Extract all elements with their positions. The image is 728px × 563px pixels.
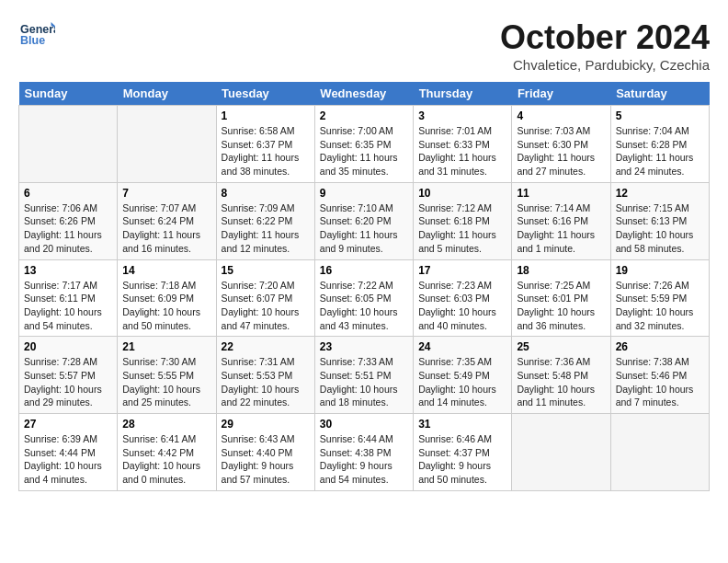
calendar-cell: 1Sunrise: 6:58 AM Sunset: 6:37 PM Daylig… (216, 106, 314, 183)
calendar-cell: 11Sunrise: 7:14 AM Sunset: 6:16 PM Dayli… (512, 182, 610, 259)
day-of-week-header: Monday (118, 82, 216, 106)
day-info: Sunrise: 7:00 AM Sunset: 6:35 PM Dayligh… (320, 124, 408, 178)
day-info: Sunrise: 7:01 AM Sunset: 6:33 PM Dayligh… (418, 124, 506, 178)
calendar-cell: 17Sunrise: 7:23 AM Sunset: 6:03 PM Dayli… (414, 259, 512, 337)
day-info: Sunrise: 7:17 AM Sunset: 6:11 PM Dayligh… (24, 279, 112, 333)
day-info: Sunrise: 7:09 AM Sunset: 6:22 PM Dayligh… (222, 201, 310, 256)
day-number: 9 (320, 187, 408, 200)
day-info: Sunrise: 7:20 AM Sunset: 6:07 PM Dayligh… (222, 279, 310, 333)
day-info: Sunrise: 6:58 AM Sunset: 6:37 PM Dayligh… (222, 124, 310, 178)
day-info: Sunrise: 7:03 AM Sunset: 6:30 PM Dayligh… (517, 124, 605, 178)
day-number: 19 (616, 264, 704, 277)
location-subtitle: Chvaletice, Pardubicky, Czechia (500, 57, 710, 73)
day-number: 12 (616, 187, 704, 200)
calendar-cell: 25Sunrise: 7:36 AM Sunset: 5:48 PM Dayli… (512, 337, 610, 414)
day-info: Sunrise: 7:07 AM Sunset: 6:24 PM Dayligh… (122, 201, 210, 256)
calendar-cell: 31Sunrise: 6:46 AM Sunset: 4:37 PM Dayli… (414, 414, 512, 491)
calendar-cell: 26Sunrise: 7:38 AM Sunset: 5:46 PM Dayli… (610, 337, 709, 414)
calendar-cell: 22Sunrise: 7:31 AM Sunset: 5:53 PM Dayli… (216, 337, 314, 414)
day-number: 1 (222, 109, 310, 122)
day-info: Sunrise: 7:10 AM Sunset: 6:20 PM Dayligh… (320, 201, 408, 256)
day-info: Sunrise: 7:06 AM Sunset: 6:26 PM Dayligh… (24, 201, 112, 256)
calendar-cell (610, 414, 709, 491)
logo: General Blue (18, 18, 55, 51)
day-info: Sunrise: 7:35 AM Sunset: 5:49 PM Dayligh… (418, 355, 506, 409)
day-info: Sunrise: 7:18 AM Sunset: 6:09 PM Dayligh… (122, 279, 210, 333)
calendar-week-row: 20Sunrise: 7:28 AM Sunset: 5:57 PM Dayli… (19, 337, 710, 414)
calendar-cell: 4Sunrise: 7:03 AM Sunset: 6:30 PM Daylig… (512, 106, 610, 183)
day-info: Sunrise: 7:31 AM Sunset: 5:53 PM Dayligh… (222, 355, 310, 409)
calendar-week-row: 27Sunrise: 6:39 AM Sunset: 4:44 PM Dayli… (19, 414, 710, 491)
day-info: Sunrise: 7:25 AM Sunset: 6:01 PM Dayligh… (517, 279, 605, 333)
day-of-week-header: Sunday (19, 82, 118, 106)
calendar-week-row: 1Sunrise: 6:58 AM Sunset: 6:37 PM Daylig… (19, 106, 710, 183)
day-info: Sunrise: 7:33 AM Sunset: 5:51 PM Dayligh… (320, 355, 408, 409)
day-of-week-header: Saturday (610, 82, 709, 106)
day-number: 17 (418, 264, 506, 277)
calendar-cell: 5Sunrise: 7:04 AM Sunset: 6:28 PM Daylig… (610, 106, 709, 183)
calendar-cell: 2Sunrise: 7:00 AM Sunset: 6:35 PM Daylig… (314, 106, 413, 183)
calendar-cell: 20Sunrise: 7:28 AM Sunset: 5:57 PM Dayli… (19, 337, 118, 414)
day-info: Sunrise: 7:28 AM Sunset: 5:57 PM Dayligh… (24, 355, 112, 409)
day-number: 4 (517, 109, 605, 122)
day-number: 2 (320, 109, 408, 122)
day-info: Sunrise: 7:38 AM Sunset: 5:46 PM Dayligh… (616, 355, 704, 409)
day-number: 3 (418, 109, 506, 122)
calendar-cell: 9Sunrise: 7:10 AM Sunset: 6:20 PM Daylig… (314, 182, 413, 259)
calendar-cell: 6Sunrise: 7:06 AM Sunset: 6:26 PM Daylig… (19, 182, 118, 259)
day-number: 31 (418, 418, 506, 431)
day-number: 25 (517, 340, 605, 353)
day-number: 23 (320, 340, 408, 353)
calendar-cell: 14Sunrise: 7:18 AM Sunset: 6:09 PM Dayli… (118, 259, 216, 337)
day-number: 29 (222, 418, 310, 431)
calendar-cell: 23Sunrise: 7:33 AM Sunset: 5:51 PM Dayli… (314, 337, 413, 414)
day-info: Sunrise: 6:39 AM Sunset: 4:44 PM Dayligh… (24, 432, 112, 487)
day-of-week-header: Friday (512, 82, 610, 106)
day-number: 15 (222, 264, 310, 277)
day-info: Sunrise: 7:15 AM Sunset: 6:13 PM Dayligh… (616, 201, 704, 256)
calendar-cell: 21Sunrise: 7:30 AM Sunset: 5:55 PM Dayli… (118, 337, 216, 414)
day-number: 5 (616, 109, 704, 122)
calendar-cell: 13Sunrise: 7:17 AM Sunset: 6:11 PM Dayli… (19, 259, 118, 337)
day-of-week-header: Thursday (414, 82, 512, 106)
day-number: 21 (122, 340, 210, 353)
calendar-cell: 19Sunrise: 7:26 AM Sunset: 5:59 PM Dayli… (610, 259, 709, 337)
calendar-cell: 28Sunrise: 6:41 AM Sunset: 4:42 PM Dayli… (118, 414, 216, 491)
svg-text:Blue: Blue (20, 34, 45, 47)
calendar-header-row: SundayMondayTuesdayWednesdayThursdayFrid… (19, 82, 710, 106)
day-number: 22 (222, 340, 310, 353)
calendar-cell: 10Sunrise: 7:12 AM Sunset: 6:18 PM Dayli… (414, 182, 512, 259)
day-number: 7 (122, 187, 210, 200)
day-number: 27 (24, 418, 112, 431)
day-of-week-header: Tuesday (216, 82, 314, 106)
day-of-week-header: Wednesday (314, 82, 413, 106)
day-info: Sunrise: 7:26 AM Sunset: 5:59 PM Dayligh… (616, 279, 704, 333)
day-number: 6 (24, 187, 112, 200)
calendar-cell: 18Sunrise: 7:25 AM Sunset: 6:01 PM Dayli… (512, 259, 610, 337)
calendar-cell: 29Sunrise: 6:43 AM Sunset: 4:40 PM Dayli… (216, 414, 314, 491)
calendar-cell: 15Sunrise: 7:20 AM Sunset: 6:07 PM Dayli… (216, 259, 314, 337)
calendar-cell: 24Sunrise: 7:35 AM Sunset: 5:49 PM Dayli… (414, 337, 512, 414)
calendar-cell: 3Sunrise: 7:01 AM Sunset: 6:33 PM Daylig… (414, 106, 512, 183)
day-info: Sunrise: 6:46 AM Sunset: 4:37 PM Dayligh… (418, 432, 506, 487)
day-number: 30 (320, 418, 408, 431)
day-info: Sunrise: 6:41 AM Sunset: 4:42 PM Dayligh… (122, 432, 210, 487)
month-title: October 2024 (500, 18, 710, 57)
day-number: 8 (222, 187, 310, 200)
calendar-cell: 7Sunrise: 7:07 AM Sunset: 6:24 PM Daylig… (118, 182, 216, 259)
day-info: Sunrise: 7:23 AM Sunset: 6:03 PM Dayligh… (418, 279, 506, 333)
day-number: 16 (320, 264, 408, 277)
day-number: 20 (24, 340, 112, 353)
day-info: Sunrise: 7:12 AM Sunset: 6:18 PM Dayligh… (418, 201, 506, 256)
title-block: October 2024 Chvaletice, Pardubicky, Cze… (500, 18, 710, 73)
calendar-cell: 12Sunrise: 7:15 AM Sunset: 6:13 PM Dayli… (610, 182, 709, 259)
day-number: 24 (418, 340, 506, 353)
day-number: 13 (24, 264, 112, 277)
calendar-table: SundayMondayTuesdayWednesdayThursdayFrid… (18, 82, 710, 491)
day-info: Sunrise: 7:22 AM Sunset: 6:05 PM Dayligh… (320, 279, 408, 333)
calendar-cell (118, 106, 216, 183)
day-number: 28 (122, 418, 210, 431)
calendar-cell: 16Sunrise: 7:22 AM Sunset: 6:05 PM Dayli… (314, 259, 413, 337)
day-info: Sunrise: 7:30 AM Sunset: 5:55 PM Dayligh… (122, 355, 210, 409)
calendar-cell: 8Sunrise: 7:09 AM Sunset: 6:22 PM Daylig… (216, 182, 314, 259)
